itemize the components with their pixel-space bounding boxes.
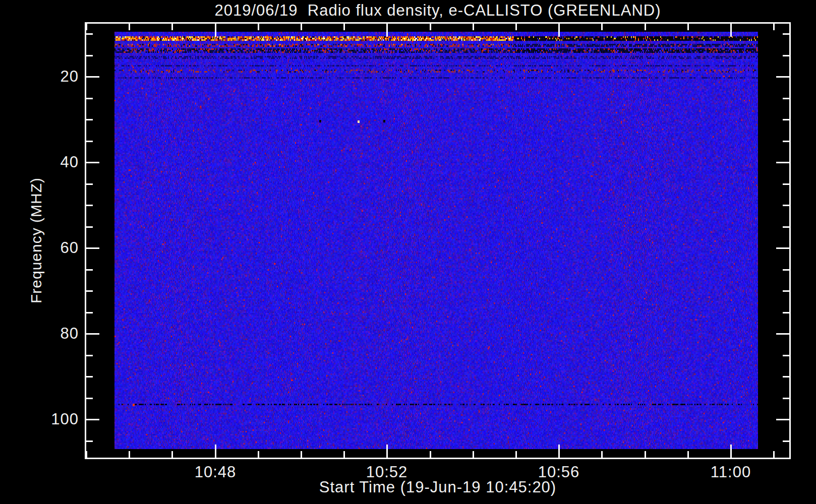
x-axis-tick-top bbox=[601, 24, 603, 30]
x-axis-tick-top bbox=[171, 24, 173, 30]
y-axis-tick-right bbox=[783, 33, 789, 35]
y-axis-tick-right bbox=[783, 226, 789, 228]
y-axis-tick-left bbox=[86, 55, 93, 56]
x-axis-tick-label: 10:48 bbox=[180, 463, 251, 481]
chart-title: 2019/06/19 Radio flux density, e-CALLIST… bbox=[85, 2, 791, 20]
y-axis-tick-right bbox=[783, 312, 789, 313]
y-axis-tick-right bbox=[783, 119, 789, 120]
x-axis-tick-bottom bbox=[645, 451, 646, 458]
x-axis-tick-bottom bbox=[730, 445, 732, 458]
y-axis-tick-right bbox=[783, 98, 789, 99]
y-axis-tick-left bbox=[86, 376, 93, 377]
y-axis-tick-right bbox=[783, 376, 789, 377]
y-axis-tick-left bbox=[86, 226, 93, 228]
x-axis-tick-label: 10:52 bbox=[352, 463, 422, 481]
y-axis-tick-right bbox=[783, 269, 789, 271]
x-axis-tick-top bbox=[515, 24, 517, 30]
x-axis-tick-top bbox=[687, 24, 689, 30]
y-axis-tick-left bbox=[86, 333, 99, 335]
x-axis-tick-top bbox=[258, 24, 259, 30]
x-axis-tick-bottom bbox=[386, 445, 388, 458]
y-axis-tick-right bbox=[783, 290, 789, 292]
y-axis-tick-right bbox=[783, 355, 789, 356]
y-axis-tick-right bbox=[783, 183, 789, 185]
x-axis-tick-bottom bbox=[515, 451, 517, 458]
x-axis-tick-top bbox=[386, 24, 388, 37]
y-axis-tick-left bbox=[86, 76, 99, 78]
y-axis-tick-left bbox=[86, 183, 93, 185]
x-axis-tick-top bbox=[430, 24, 431, 30]
y-axis-tick-left bbox=[86, 290, 93, 292]
y-axis-tick-right bbox=[783, 141, 789, 142]
y-axis-tick-left bbox=[86, 162, 99, 163]
y-axis-tick-right bbox=[776, 76, 789, 78]
y-axis-tick-right bbox=[776, 162, 789, 163]
y-axis-tick-right bbox=[776, 419, 789, 420]
y-axis-tick-left bbox=[86, 119, 93, 120]
y-axis-tick-right bbox=[776, 333, 789, 335]
x-axis-tick-bottom bbox=[687, 451, 689, 458]
y-axis-tick-right bbox=[783, 440, 789, 442]
y-axis-tick-left bbox=[86, 98, 93, 99]
x-axis-tick-top bbox=[343, 24, 345, 30]
x-axis-tick-bottom bbox=[558, 445, 560, 458]
x-axis-tick-bottom bbox=[601, 451, 603, 458]
y-axis-tick-left bbox=[86, 141, 93, 142]
y-axis-tick-label: 100 bbox=[19, 410, 79, 428]
x-axis-tick-label: 11:00 bbox=[695, 463, 766, 481]
x-axis-tick-top bbox=[86, 24, 87, 30]
y-axis-tick-left bbox=[86, 205, 93, 206]
x-axis-tick-bottom bbox=[86, 451, 87, 458]
y-axis-tick-left bbox=[86, 312, 93, 313]
x-axis-tick-top bbox=[473, 24, 474, 30]
y-axis-tick-left bbox=[86, 269, 93, 271]
y-axis-tick-label: 60 bbox=[19, 239, 79, 257]
y-axis-tick-right bbox=[783, 55, 789, 56]
y-axis-tick-left bbox=[86, 355, 93, 356]
x-axis-tick-top bbox=[645, 24, 646, 30]
spectrogram-screen: 2019/06/19 Radio flux density, e-CALLIST… bbox=[0, 0, 816, 504]
y-axis-tick-label: 20 bbox=[19, 68, 79, 86]
x-axis-tick-label: 10:56 bbox=[523, 463, 594, 481]
x-axis-tick-bottom bbox=[301, 451, 302, 458]
x-axis-tick-top bbox=[301, 24, 302, 30]
x-axis-tick-top bbox=[773, 24, 775, 30]
y-axis-tick-label: 80 bbox=[19, 325, 79, 343]
y-axis-tick-left bbox=[86, 33, 93, 35]
x-axis-tick-bottom bbox=[258, 451, 259, 458]
y-axis-tick-left bbox=[86, 419, 99, 420]
x-axis-tick-bottom bbox=[215, 445, 216, 458]
spectrogram-plot-area bbox=[114, 32, 758, 449]
x-axis-tick-top bbox=[558, 24, 560, 37]
x-axis-tick-bottom bbox=[343, 451, 345, 458]
x-axis-tick-top bbox=[215, 24, 216, 37]
y-axis-tick-right bbox=[783, 398, 789, 399]
y-axis-tick-label: 40 bbox=[19, 153, 79, 171]
x-axis-tick-bottom bbox=[430, 451, 431, 458]
y-axis-tick-left bbox=[86, 440, 93, 442]
x-axis-tick-bottom bbox=[171, 451, 173, 458]
x-axis-tick-top bbox=[129, 24, 130, 30]
x-axis-tick-top bbox=[730, 24, 732, 37]
x-axis-tick-bottom bbox=[773, 451, 775, 458]
y-axis-tick-right bbox=[783, 205, 789, 206]
y-axis-tick-left bbox=[86, 247, 99, 249]
y-axis-tick-left bbox=[86, 398, 93, 399]
y-axis-tick-right bbox=[776, 247, 789, 249]
x-axis-tick-bottom bbox=[129, 451, 130, 458]
x-axis-tick-bottom bbox=[473, 451, 474, 458]
